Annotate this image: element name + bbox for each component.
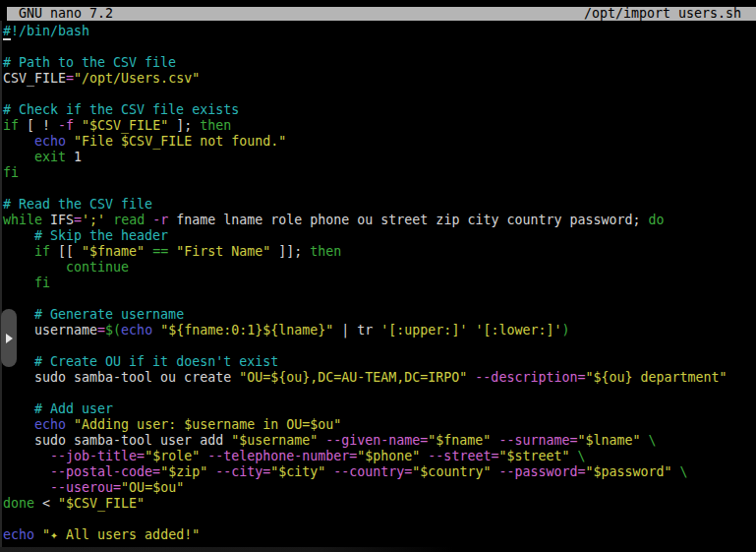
code-segment: "$CSV_FILE" [58,496,145,511]
code-segment: sudo samba-tool user add [3,433,231,448]
code-line: echo "Adding user: $username in OU=$ou" [3,417,727,433]
code-segment: -f [58,118,74,133]
code-line: # Read the CSV file [3,197,727,213]
code-segment: echo [34,134,66,149]
code-segment: [[ [50,244,82,259]
code-segment: # Check if the CSV file exists [3,102,239,117]
code-segment: --given-name= [325,433,428,448]
code-segment: --city= [215,464,270,479]
control-bar-handle[interactable] [1,309,17,367]
code-line: # Create OU if it doesn't exist [3,354,727,370]
code-segment [200,449,207,463]
file-path: /opt/import_users.sh [584,7,741,21]
code-segment: !/bin/bash [11,24,89,38]
code-segment: --job-title= [50,449,145,463]
code-line: if [ ! -f "$CSV_FILE" ]; then [3,118,727,134]
code-segment: sudo samba-tool ou create [3,370,239,385]
code-line: # Skip the header [3,228,727,244]
code-segment: then [310,244,341,259]
code-segment [3,401,34,416]
code-segment: # Path to the CSV file [3,55,176,70]
code-segment [3,417,34,432]
code-segment: while [3,213,42,227]
code-segment: # Create OU if it doesn't exist [34,354,278,369]
window-top-edge [0,0,756,7]
code-segment: "OU=$ou" [121,480,184,495]
code-segment: '[:lower:]' [475,323,561,337]
code-line: # Add user [3,401,727,417]
code-line [3,338,727,354]
code-line: --postal-code="$zip" --city="$city" --co… [3,464,727,480]
code-segment: "File $CSV_FILE not found." [74,134,286,149]
code-segment: "${fname:0:1}${lname}" [160,323,333,337]
code-line: echo "File $CSV_FILE not found." [3,134,727,150]
code-segment: "$country" [412,464,491,479]
code-segment: username [3,323,97,337]
code-segment [3,480,50,495]
code-segment [672,464,680,479]
code-segment: ]; [168,118,200,133]
code-segment [145,213,152,227]
code-segment: IFS [42,213,74,227]
code-line: if [[ "$fname" == "First Name" ]]; then [3,244,727,260]
code-line [3,181,727,197]
code-segment: "$fname" [428,433,491,448]
code-line: echo "✦ All users added!" [3,527,727,543]
code-segment: --postal-code= [50,464,160,479]
code-segment: # Generate username [34,307,184,322]
code-segment [66,417,74,432]
editor-content[interactable]: #!/bin/bash# Path to the CSV fileCSV_FIL… [3,24,727,543]
code-segment: "/opt/Users.csv" [74,71,200,86]
code-line [3,87,727,102]
titlebar-corner-notch [0,0,7,21]
code-segment [3,260,66,275]
code-segment: CSV_FILE [3,71,66,86]
code-segment [34,527,42,542]
code-segment [3,449,50,463]
code-segment: --surname= [498,433,577,448]
code-segment: "$phone" [357,449,420,463]
code-segment [105,213,113,227]
code-line: fi [3,276,727,291]
code-segment [641,433,649,448]
code-segment: --street= [428,449,498,463]
code-line [3,512,727,527]
code-segment: done [3,496,34,511]
code-segment [3,244,34,259]
code-segment: --telephone-number= [207,449,357,463]
code-segment [168,244,176,259]
code-segment: "$fname" [82,244,145,259]
code-segment [3,276,34,290]
code-line: done < "$CSV_FILE" [3,496,727,512]
app-title: GNU nano 7.2 [19,7,113,21]
code-segment [3,228,34,243]
code-segment: "$zip" [160,464,207,479]
code-segment: "$role" [145,449,200,463]
code-segment: "${ou} department" [585,370,727,385]
code-segment: "$city" [270,464,325,479]
code-line: while IFS=';' read -r fname lname role p… [3,213,727,228]
code-segment: fi [3,165,19,180]
code-segment: "$CSV_FILE" [82,118,168,133]
code-segment: echo [121,323,152,337]
code-line [3,291,727,307]
code-segment: --country= [333,464,412,479]
code-segment: = [97,323,105,337]
code-segment: "OU=${ou},DC=AU-TEAM,DC=IRPO" [239,370,467,385]
code-segment: do [649,213,665,227]
code-segment: \ [649,433,657,448]
code-segment: if [34,244,50,259]
code-segment [3,464,50,479]
code-line: continue [3,260,727,276]
code-segment: --userou= [50,480,121,495]
code-segment: if [3,118,19,133]
code-line: # Generate username [3,307,727,323]
code-segment [569,449,577,463]
window-left-border [0,0,2,552]
code-segment: # Skip the header [34,228,168,243]
code-segment [152,323,160,337]
code-line [3,386,727,401]
code-segment: "Adding user: $username in OU=$ou" [74,417,341,432]
code-segment: ';' [82,213,105,227]
code-line: username=$(echo "${fname:0:1}${lname}" |… [3,323,727,338]
